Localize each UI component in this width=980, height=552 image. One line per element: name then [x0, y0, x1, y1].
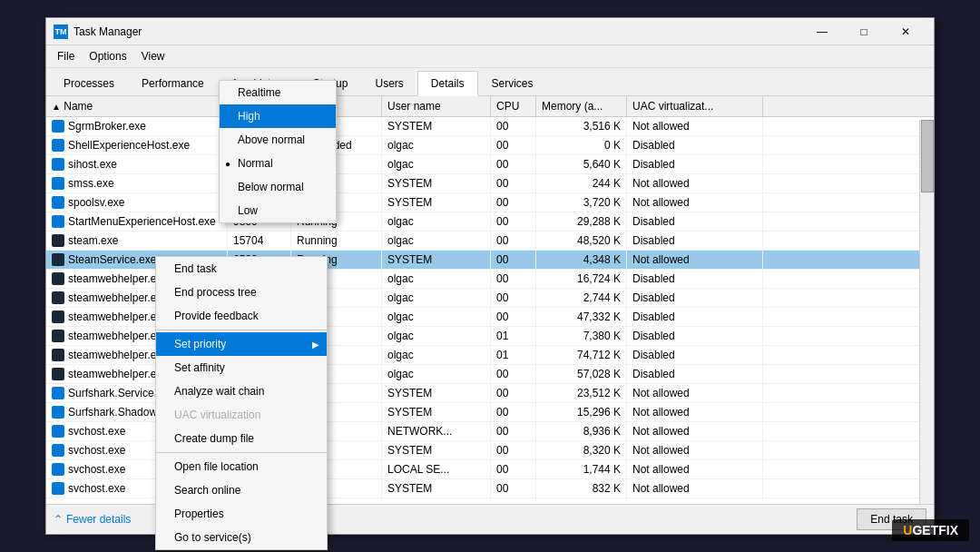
table-row[interactable]: sihost.exe 3568 Running olgac 00 5,640 K…	[46, 155, 934, 174]
cell-uac: Disabled	[627, 212, 763, 231]
cell-user: olgac	[382, 232, 491, 250]
cell-user: olgac	[382, 212, 491, 231]
ctx-analyze-wait-chain[interactable]: Analyze wait chain	[156, 380, 327, 403]
priority-realtime[interactable]: Realtime	[220, 81, 336, 104]
cell-memory: 244 K	[536, 174, 627, 192]
title-bar: TM Task Manager — □ ✕	[46, 18, 934, 45]
ctx-provide-feedback[interactable]: Provide feedback	[156, 304, 327, 328]
cell-cpu: 00	[491, 498, 536, 501]
cell-uac: Not allowed	[627, 479, 763, 498]
table-row[interactable]: spoolsv.exe 3488 Running SYSTEM 00 3,720…	[46, 193, 934, 212]
priority-below-normal[interactable]: Below normal	[220, 175, 336, 199]
cell-cpu: 00	[491, 174, 536, 192]
cell-cpu: 00	[491, 308, 536, 326]
cell-user: SYSTEM	[382, 193, 491, 212]
fewer-details-button[interactable]: ⌃ Fewer details	[54, 513, 131, 526]
cell-uac: Not allowed	[627, 460, 763, 478]
priority-low[interactable]: Low	[220, 199, 336, 222]
menu-file[interactable]: File	[50, 47, 82, 65]
menu-view[interactable]: View	[134, 47, 172, 65]
table-row[interactable]: smss.exe 624 Running SYSTEM 00 244 K Not…	[46, 174, 934, 193]
cell-memory: 23,512 K	[536, 384, 627, 402]
window-title: Task Manager	[74, 25, 801, 38]
col-memory[interactable]: Memory (a...	[536, 96, 627, 116]
cell-user: SYSTEM	[382, 117, 491, 135]
ctx-set-priority[interactable]: Set priority	[156, 332, 327, 356]
cell-uac: Disabled	[627, 327, 763, 345]
ctx-uac-virtualization: UAC virtualization	[156, 403, 327, 427]
cell-uac: Not allowed	[627, 422, 763, 440]
cell-memory: 3,516 K	[536, 117, 627, 135]
minimize-button[interactable]: —	[801, 18, 843, 45]
cell-user: olgac	[382, 289, 491, 307]
ctx-divider-1	[156, 330, 327, 330]
context-menu: End task End process tree Provide feedba…	[155, 256, 328, 550]
watermark-getfix: GETFIX	[912, 523, 958, 537]
table-row[interactable]: SgrmBroker.exe 16372 Running SYSTEM 00 3…	[46, 117, 934, 136]
cell-user: NETWORK...	[382, 422, 491, 440]
fewer-details-label: Fewer details	[66, 513, 131, 526]
cell-user: SYSTEM	[382, 479, 491, 498]
ctx-go-to-services[interactable]: Go to service(s)	[156, 526, 327, 549]
cell-cpu: 00	[491, 289, 536, 307]
cell-pid: 15704	[228, 232, 291, 250]
ctx-end-task[interactable]: End task	[156, 257, 327, 281]
col-user[interactable]: User name	[382, 96, 491, 116]
tab-users[interactable]: Users	[361, 71, 416, 95]
priority-normal[interactable]: Normal	[220, 152, 336, 175]
menu-bar: File Options View	[46, 45, 934, 68]
cell-uac: Disabled	[627, 365, 763, 383]
cell-name: steam.exe	[46, 232, 228, 250]
app-icon: TM	[54, 25, 68, 39]
ctx-properties[interactable]: Properties	[156, 502, 327, 526]
cell-uac: Not allowed	[627, 498, 763, 501]
ctx-set-affinity[interactable]: Set affinity	[156, 356, 327, 380]
tab-performance[interactable]: Performance	[128, 71, 218, 95]
col-cpu[interactable]: CPU	[491, 96, 536, 116]
table-row[interactable]: StartMenuExperienceHost.exe 9860 Running…	[46, 212, 934, 232]
tab-bar: Processes Performance App history Startu…	[46, 68, 934, 96]
cell-memory: 2,744 K	[536, 289, 627, 307]
cell-user: olgac	[382, 365, 491, 383]
cell-cpu: 00	[491, 441, 536, 459]
cell-uac: Not allowed	[627, 384, 763, 402]
cell-uac: Disabled	[627, 289, 763, 307]
cell-cpu: 00	[491, 270, 536, 288]
cell-uac: Disabled	[627, 232, 763, 250]
cell-user: SYSTEM	[382, 174, 491, 192]
priority-above-normal[interactable]: Above normal	[220, 128, 336, 152]
tab-services[interactable]: Services	[478, 71, 547, 95]
col-name[interactable]: ▲ Name	[46, 96, 228, 116]
ctx-open-file-location[interactable]: Open file location	[156, 455, 327, 478]
scrollbar-thumb[interactable]	[921, 120, 934, 192]
priority-high[interactable]: High	[220, 104, 336, 128]
ctx-end-process-tree[interactable]: End process tree	[156, 281, 327, 304]
cell-user: olgac	[382, 155, 491, 173]
scrollbar[interactable]	[919, 120, 934, 504]
close-button[interactable]: ✕	[885, 18, 926, 45]
cell-user: SYSTEM	[382, 441, 491, 459]
table-header: ▲ Name PID Status User name CPU Memory (…	[46, 96, 934, 117]
cell-user: SYSTEM	[382, 403, 491, 421]
cell-cpu: 00	[491, 155, 536, 173]
table-row[interactable]: ShellExperienceHost.exe 7928 Suspended o…	[46, 136, 934, 155]
cell-memory: 8,936 K	[536, 422, 627, 440]
ctx-search-online[interactable]: Search online	[156, 478, 327, 502]
chevron-down-icon: ⌃	[54, 513, 63, 526]
cell-cpu: 00	[491, 193, 536, 212]
tab-processes[interactable]: Processes	[50, 71, 128, 95]
cell-uac: Not allowed	[627, 251, 763, 269]
table-row[interactable]: steam.exe 15704 Running olgac 00 48,520 …	[46, 232, 934, 251]
col-uac[interactable]: UAC virtualizat...	[627, 96, 763, 116]
cell-cpu: 00	[491, 460, 536, 478]
tab-details[interactable]: Details	[417, 71, 478, 96]
watermark-u: U	[903, 523, 912, 537]
cell-uac: Not allowed	[627, 441, 763, 459]
cell-memory: 16,724 K	[536, 270, 627, 288]
cell-cpu: 01	[491, 327, 536, 345]
ctx-create-dump-file[interactable]: Create dump file	[156, 427, 327, 450]
menu-options[interactable]: Options	[82, 47, 133, 65]
maximize-button[interactable]: □	[843, 18, 885, 45]
cell-memory: 47,332 K	[536, 308, 627, 326]
cell-memory: 15,296 K	[536, 403, 627, 421]
